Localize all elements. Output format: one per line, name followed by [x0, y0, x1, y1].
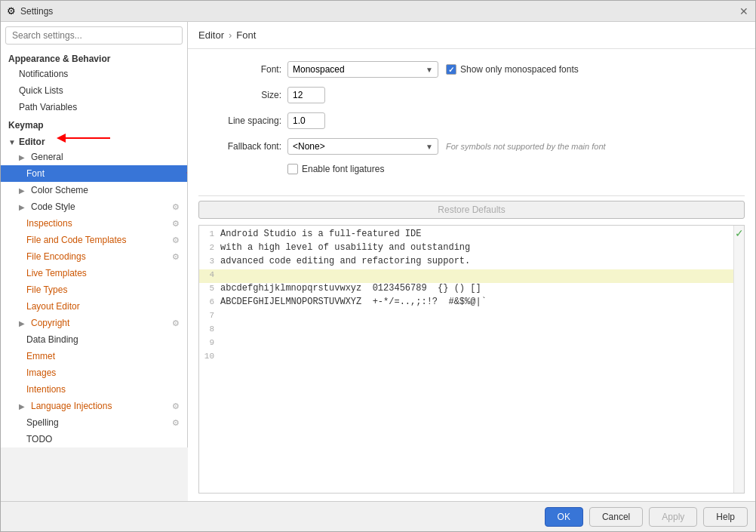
todo-label: TODO — [26, 434, 52, 444]
preview-line: 9 — [199, 337, 733, 351]
size-input[interactable] — [287, 87, 325, 103]
sidebar-item-data-binding[interactable]: Data Binding — [1, 331, 187, 348]
sidebar-item-file-types[interactable]: File Types — [1, 281, 187, 298]
font-label: Font — [26, 168, 45, 179]
sidebar-item-todo[interactable]: TODO — [1, 431, 187, 447]
size-form-row: Size: — [198, 87, 745, 103]
sidebar-item-copyright[interactable]: ▶ Copyright ⚙ — [1, 315, 187, 331]
file-types-label: File Types — [26, 284, 67, 295]
red-arrow-editor — [46, 131, 114, 146]
preview-line: 8 — [199, 324, 733, 337]
fallback-font-form-row: Fallback font: <None> ▼ For symbols not … — [198, 138, 745, 155]
preview-checkmark-icon: ✓ — [735, 227, 744, 239]
sidebar-wrapper: Appearance & Behavior Notifications Quic… — [1, 22, 188, 501]
preview-right-strip: ✓ — [733, 226, 744, 493]
line-number: 7 — [199, 310, 220, 324]
sidebar-item-code-style[interactable]: ▶ Code Style ⚙ — [1, 198, 187, 215]
color-scheme-label: Color Scheme — [31, 185, 88, 195]
font-select[interactable]: Monospaced ▼ — [287, 61, 438, 78]
data-binding-label: Data Binding — [26, 334, 78, 345]
sidebar-item-font[interactable]: Font — [1, 165, 187, 182]
language-injections-gear-icon: ⚙ — [172, 401, 180, 411]
sidebar-item-notifications[interactable]: Notifications — [1, 66, 187, 82]
editor-label: Editor — [19, 137, 45, 147]
show-monospaced-checkbox[interactable]: ✓ — [446, 64, 456, 75]
line-spacing-form-row: Line spacing: — [198, 112, 745, 129]
apply-button[interactable]: Apply — [649, 507, 697, 527]
size-field-label: Size: — [198, 90, 281, 100]
breadcrumb-part2: Font — [236, 29, 256, 41]
fallback-font-control-wrap: <None> ▼ For symbols not supported by th… — [287, 138, 606, 155]
red-arrow-font — [183, 167, 188, 179]
help-button[interactable]: Help — [703, 507, 748, 527]
sidebar-item-inspections[interactable]: Inspections ⚙ — [1, 215, 187, 232]
line-text: abcdefghijklmnopqrstuvwxyz 0123456789 {}… — [220, 283, 481, 297]
close-button[interactable]: ✕ — [739, 6, 749, 17]
preview-area: 1Android Studio is a full-featured IDE2w… — [198, 225, 745, 494]
ok-button[interactable]: OK — [545, 507, 583, 527]
spelling-label: Spelling — [26, 417, 59, 428]
sidebar-section-keymap[interactable]: Keymap — [1, 115, 187, 132]
language-injections-label: Language Injections — [31, 401, 112, 411]
inspections-gear-icon: ⚙ — [172, 219, 180, 229]
sidebar-item-path-variables[interactable]: Path Variables — [1, 99, 187, 115]
line-text: Android Studio is a full-featured IDE — [220, 229, 421, 242]
sidebar-item-general[interactable]: ▶ General — [1, 149, 187, 165]
sidebar-search-wrap — [5, 26, 183, 45]
font-field-label: Font: — [198, 64, 281, 75]
sidebar-item-file-encodings[interactable]: File Encodings ⚙ — [1, 248, 187, 265]
preview-line: 4 — [199, 269, 733, 283]
sidebar-item-emmet[interactable]: Emmet — [1, 348, 187, 364]
sidebar: Appearance & Behavior Notifications Quic… — [1, 22, 188, 447]
spelling-gear-icon: ⚙ — [172, 418, 180, 428]
ligatures-checkbox-wrap[interactable]: Enable font ligatures — [287, 164, 384, 174]
line-number: 10 — [199, 351, 220, 364]
quick-lists-label: Quick Lists — [19, 85, 63, 96]
show-monospaced-wrap[interactable]: ✓ Show only monospaced fonts — [446, 64, 579, 75]
line-number: 5 — [199, 283, 220, 297]
sidebar-section-editor[interactable]: ▼ Editor — [1, 132, 187, 149]
line-number: 4 — [199, 269, 220, 283]
breadcrumb-separator: › — [229, 29, 232, 41]
code-style-gear-icon: ⚙ — [172, 202, 180, 212]
sidebar-item-layout-editor[interactable]: Layout Editor — [1, 298, 187, 315]
file-code-templates-label: File and Code Templates — [26, 235, 127, 245]
fallback-font-value: <None> — [293, 141, 325, 152]
ligatures-form-row: Enable font ligatures — [198, 164, 745, 174]
copyright-expand-icon: ▶ — [19, 319, 26, 328]
sidebar-item-images[interactable]: Images — [1, 364, 187, 381]
emmet-label: Emmet — [26, 351, 55, 361]
ligatures-checkbox[interactable] — [287, 164, 298, 174]
inspections-label: Inspections — [26, 218, 72, 229]
general-label: General — [31, 152, 63, 162]
intentions-label: Intentions — [26, 384, 66, 395]
line-number: 9 — [199, 337, 220, 351]
layout-editor-label: Layout Editor — [26, 301, 80, 312]
sidebar-item-language-injections[interactable]: ▶ Language Injections ⚙ — [1, 398, 187, 414]
images-label: Images — [26, 367, 56, 378]
restore-defaults-button[interactable]: Restore Defaults — [198, 201, 745, 219]
notifications-label: Notifications — [19, 69, 68, 79]
file-code-templates-gear-icon: ⚙ — [172, 235, 180, 245]
fallback-font-select[interactable]: <None> ▼ — [287, 138, 438, 155]
sidebar-item-quick-lists[interactable]: Quick Lists — [1, 82, 187, 99]
preview-line: 2with a high level of usability and outs… — [199, 242, 733, 256]
line-spacing-control-wrap — [287, 112, 325, 129]
sidebar-item-live-templates[interactable]: Live Templates — [1, 265, 187, 281]
title-bar-icon: ⚙ — [7, 5, 16, 17]
sidebar-item-spelling[interactable]: Spelling ⚙ — [1, 414, 187, 431]
sidebar-item-color-scheme[interactable]: ▶ Color Scheme — [1, 182, 187, 198]
fallback-font-hint: For symbols not supported by the main fo… — [446, 142, 606, 151]
line-spacing-input[interactable] — [287, 112, 325, 129]
search-input[interactable] — [5, 26, 183, 45]
fallback-font-arrow-icon: ▼ — [426, 143, 433, 151]
file-encodings-gear-icon: ⚙ — [172, 252, 180, 262]
sidebar-item-file-code-templates[interactable]: File and Code Templates ⚙ — [1, 232, 187, 248]
code-style-expand-icon: ▶ — [19, 203, 26, 211]
cancel-button[interactable]: Cancel — [589, 507, 643, 527]
sidebar-item-intentions[interactable]: Intentions — [1, 381, 187, 398]
preview-line: 6ABCDEFGHIJELMNOPORSTUVWXYZ +-*/=..,;:!?… — [199, 297, 733, 310]
main-content: Appearance & Behavior Notifications Quic… — [1, 22, 755, 501]
line-text: ABCDEFGHIJELMNOPORSTUVWXYZ +-*/=..,;:!? … — [220, 297, 487, 310]
breadcrumb: Editor › Font — [188, 22, 755, 49]
